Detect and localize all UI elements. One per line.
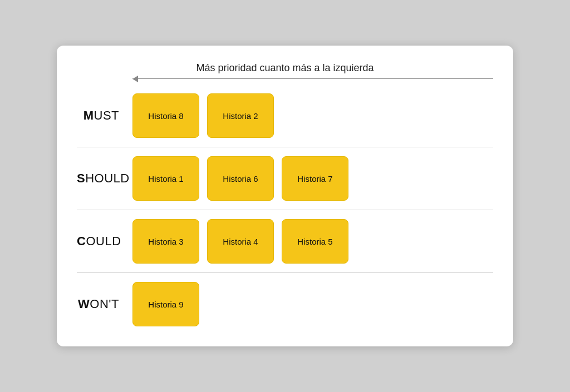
rows-container: MUSTHistoria 8Historia 2SHOULDHistoria 1…: [77, 85, 493, 335]
story-card[interactable]: Historia 5: [282, 219, 348, 264]
story-card[interactable]: Historia 8: [132, 93, 199, 138]
header: Más prioridad cuanto más a la izquierda: [77, 62, 493, 74]
story-card[interactable]: Historia 2: [207, 93, 274, 138]
story-card[interactable]: Historia 3: [132, 219, 199, 264]
cards-could: Historia 3Historia 4Historia 5: [132, 219, 348, 264]
priority-arrow-line: [132, 78, 493, 80]
story-card[interactable]: Historia 9: [132, 282, 199, 326]
story-card[interactable]: Historia 7: [282, 156, 348, 201]
story-card[interactable]: Historia 1: [132, 156, 199, 201]
label-wont: WON'T: [77, 297, 132, 311]
cards-wont: Historia 9: [132, 282, 199, 326]
header-title: Más prioridad cuanto más a la izquierda: [196, 62, 374, 73]
story-card[interactable]: Historia 4: [207, 219, 274, 264]
story-card[interactable]: Historia 6: [207, 156, 274, 201]
row-wont: WON'THistoria 9: [77, 273, 493, 335]
cards-should: Historia 1Historia 6Historia 7: [132, 156, 348, 201]
row-could: COULDHistoria 3Historia 4Historia 5: [77, 210, 493, 273]
priority-arrow-row: [132, 78, 493, 80]
label-must: MUST: [77, 108, 132, 123]
main-card: Más prioridad cuanto más a la izquierda …: [57, 46, 513, 347]
cards-must: Historia 8Historia 2: [132, 93, 274, 138]
label-should: SHOULD: [77, 171, 132, 186]
label-could: COULD: [77, 234, 132, 249]
row-should: SHOULDHistoria 1Historia 6Historia 7: [77, 147, 493, 210]
row-must: MUSTHistoria 8Historia 2: [77, 85, 493, 147]
